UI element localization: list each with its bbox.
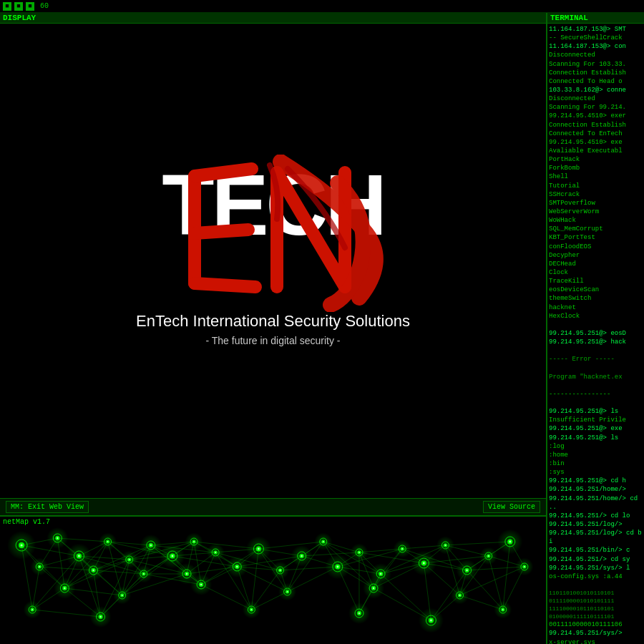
- terminal-line: SSHcrack: [549, 190, 643, 199]
- terminal-line: Shell: [549, 172, 643, 181]
- icon-3[interactable]: ■: [26, 2, 34, 11]
- netmap-panel: netMap v1.7: [0, 515, 546, 644]
- terminal-line: 1111000010110110101: [549, 605, 643, 613]
- terminal-line: 99.214.95.251/sys/> l: [549, 564, 643, 572]
- terminal-line: ----------------: [549, 390, 643, 399]
- en-svg: [137, 155, 409, 312]
- terminal-line: 99.214.95.251/> cd sy: [549, 555, 643, 564]
- terminal-line: Scanning For 103.33.: [549, 60, 643, 69]
- company-tagline: - The future in digital security -: [205, 335, 340, 346]
- terminal-line: [549, 581, 643, 590]
- terminal-line: 99.214.95.251@> ls: [549, 407, 643, 416]
- terminal-line: Program "hacknet.ex: [549, 373, 643, 381]
- terminal-line: 1101101001010110101: [549, 590, 643, 597]
- terminal-line: 99.214.95.251/sys/>: [549, 629, 643, 638]
- terminal-line: 99.214.95.251/log/>: [549, 520, 643, 529]
- terminal-line: conFloodEOS: [549, 243, 643, 251]
- terminal-line: :home: [549, 451, 643, 459]
- terminal-line: 0100000111110111101: [549, 613, 643, 621]
- terminal-line: Connection Establish: [549, 69, 643, 77]
- svg-line-1: [195, 169, 252, 176]
- terminal-content[interactable]: 11.164.187.153@> SMT-- SecureShellCrack1…: [547, 24, 644, 644]
- svg-line-2: [195, 230, 248, 233]
- terminal-line: 11.164.187.153@> SMT: [549, 25, 643, 34]
- terminal-line: Insufficient Privile: [549, 416, 643, 424]
- terminal-line: 99.214.95.251@> cd h: [549, 477, 643, 485]
- netmap-canvas[interactable]: [0, 517, 546, 644]
- icon-1[interactable]: ■: [3, 2, 11, 11]
- terminal-line: 11.164.187.153@> con: [549, 42, 643, 51]
- terminal-line: x-server.sys: [549, 638, 643, 644]
- top-icons: ■ ■ ■: [3, 2, 34, 11]
- terminal-panel: TERMINAL 11.164.187.153@> SMT-- SecureSh…: [547, 13, 644, 644]
- terminal-line: Connection Establish: [549, 121, 643, 130]
- terminal-line: 0011110000010111106: [549, 620, 643, 629]
- terminal-line: hacknet: [549, 303, 643, 312]
- display-bottom-bar: MM: Exit Web View View Source: [0, 498, 546, 515]
- terminal-line: :sys: [549, 468, 643, 477]
- main-layout: DISPLAY TECH: [0, 13, 644, 644]
- fps-counter: 60: [40, 2, 49, 10]
- terminal-line: SQL_MemCorrupt: [549, 225, 643, 233]
- terminal-line: Avaliable Executabl: [549, 147, 643, 155]
- terminal-line: [549, 381, 643, 390]
- terminal-line: WebServerWorm: [549, 208, 643, 216]
- terminal-line: 0111100001010101111: [549, 597, 643, 605]
- terminal-line: TraceKill: [549, 277, 643, 286]
- terminal-line: Scanning For 99.214.: [549, 103, 643, 112]
- terminal-line: WoWHack: [549, 216, 643, 225]
- terminal-line: ForkBomb: [549, 164, 643, 172]
- terminal-line: [549, 321, 643, 329]
- terminal-label: TERMINAL: [547, 13, 644, 24]
- terminal-line: [549, 346, 643, 355]
- terminal-line: 99.214.95.4510> exer: [549, 112, 643, 120]
- display-label: DISPLAY: [0, 13, 546, 24]
- terminal-line: 103.33.8.162@> conne: [549, 86, 643, 94]
- terminal-line: [549, 399, 643, 407]
- terminal-line: Tutorial: [549, 182, 643, 190]
- netmap-label: netMap v1.7: [3, 518, 50, 526]
- terminal-line: Connected To EnTech: [549, 130, 643, 138]
- terminal-line: 99.214.95.251@> exe: [549, 424, 643, 433]
- icon-2[interactable]: ■: [14, 2, 23, 11]
- terminal-line: Clock: [549, 268, 643, 277]
- display-panel: DISPLAY TECH: [0, 13, 547, 644]
- terminal-line: PortHack: [549, 155, 643, 164]
- terminal-line: Disconnected: [549, 51, 643, 59]
- svg-line-3: [195, 283, 255, 287]
- terminal-line: :bin: [549, 459, 643, 468]
- terminal-line: os-config.sys :a.44: [549, 572, 643, 581]
- terminal-line: Disconnected: [549, 94, 643, 103]
- terminal-line: 99.214.95.251/home/>: [549, 485, 643, 494]
- terminal-line: 99.214.95.251/home/> cd ..: [549, 494, 643, 512]
- terminal-line: SMTPoverflow: [549, 199, 643, 208]
- terminal-line: eosDeviceScan: [549, 286, 643, 294]
- terminal-line: themeSwitch: [549, 294, 643, 303]
- en-overlay: [137, 155, 409, 316]
- logo-container: TECH: [136, 162, 410, 346]
- terminal-line: 99.214.95.251/bin/> c: [549, 546, 643, 555]
- display-area: TECH: [0, 24, 546, 498]
- terminal-line: Decypher: [549, 251, 643, 260]
- terminal-line: 99.214.95.251@> eosD: [549, 329, 643, 338]
- tech-logo: TECH: [137, 162, 409, 305]
- terminal-line: DECHead: [549, 260, 643, 268]
- terminal-line: -- SecureShellCrack: [549, 34, 643, 42]
- terminal-line: 99.214.95.251/> cd lo: [549, 512, 643, 520]
- exit-web-view-button[interactable]: MM: Exit Web View: [6, 501, 89, 513]
- terminal-line: :log: [549, 442, 643, 451]
- terminal-line: HexClock: [549, 312, 643, 321]
- terminal-line: 99.214.95.4510> exe: [549, 138, 643, 147]
- terminal-line: ----- Error -----: [549, 355, 643, 364]
- terminal-line: 99.214.95.251@> ls: [549, 434, 643, 442]
- terminal-line: KBT_PortTest: [549, 233, 643, 242]
- terminal-line: 99.214.95.251@> hack: [549, 338, 643, 346]
- top-bar: ■ ■ ■ 60: [0, 0, 644, 13]
- terminal-line: [549, 364, 643, 372]
- view-source-button[interactable]: View Source: [483, 501, 540, 513]
- terminal-line: 99.214.95.251/log/> cd bi: [549, 529, 643, 546]
- terminal-line: Connected To Head o: [549, 77, 643, 86]
